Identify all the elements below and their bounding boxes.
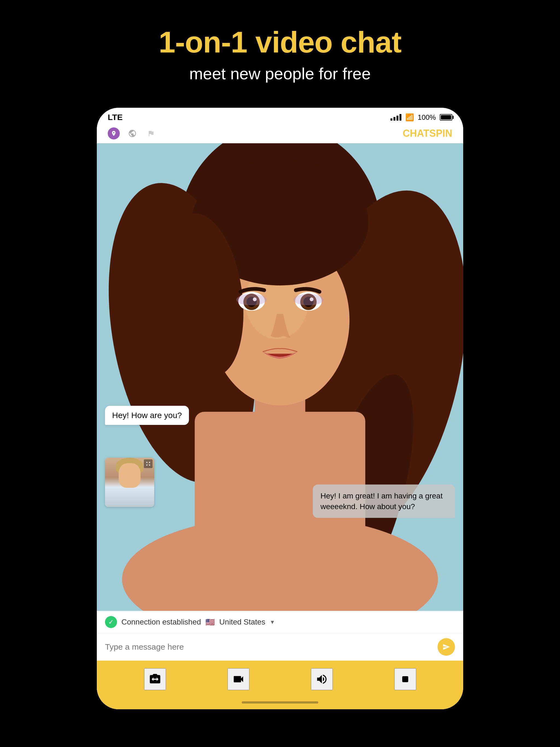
flip-camera-button[interactable] <box>144 668 166 690</box>
globe-icon[interactable] <box>126 127 138 139</box>
video-area: Hey! How are you? Hey! I am great! I am … <box>97 143 463 611</box>
svg-point-19 <box>294 294 324 305</box>
nav-left-icons <box>108 127 157 139</box>
svg-rect-22 <box>402 676 408 682</box>
message-input[interactable] <box>105 642 433 651</box>
connection-bar: ✓ Connection established 🇺🇸 United State… <box>97 611 463 633</box>
home-indicator <box>97 696 463 709</box>
volume-button[interactable] <box>311 668 333 690</box>
app-logo: CHATSPIN <box>403 128 452 139</box>
video-portrait <box>97 143 463 611</box>
country-name-label: United States <box>219 618 265 626</box>
hero-subtitle: meet new people for free <box>189 64 371 83</box>
phone-frame: LTE 📶 100% <box>97 108 463 709</box>
stop-button[interactable] <box>394 668 416 690</box>
expand-icon[interactable] <box>144 459 153 468</box>
battery-percent: 100% <box>418 113 436 122</box>
flag-icon[interactable] <box>145 127 157 139</box>
connection-check-icon: ✓ <box>105 616 117 628</box>
svg-point-18 <box>236 294 267 305</box>
connection-status-text: Connection established <box>121 618 201 626</box>
outgoing-chat-bubble: Hey! I am great! I am having a great wee… <box>313 485 455 518</box>
home-bar <box>242 701 318 703</box>
carrier-label: LTE <box>108 113 123 122</box>
dropdown-arrow-icon[interactable]: ▼ <box>270 619 275 625</box>
wifi-icon: 📶 <box>405 113 414 122</box>
nav-bar: CHATSPIN <box>97 125 463 143</box>
logo-chat: CHAT <box>403 128 429 139</box>
status-icons: 📶 100% <box>390 113 453 122</box>
incoming-chat-bubble: Hey! How are you? <box>105 406 189 425</box>
logo-spin: SPIN <box>429 128 452 139</box>
signal-icon <box>390 114 401 121</box>
battery-icon <box>440 114 452 121</box>
control-bar <box>97 661 463 696</box>
location-pin-icon[interactable] <box>108 127 120 139</box>
camera-button[interactable] <box>228 668 249 690</box>
hero-title: 1-on-1 video chat <box>159 25 401 59</box>
message-input-bar <box>97 633 463 661</box>
country-flag-icon: 🇺🇸 <box>205 618 215 627</box>
send-button[interactable] <box>437 638 455 656</box>
self-view-thumbnail[interactable] <box>105 458 154 507</box>
status-bar: LTE 📶 100% <box>97 108 463 125</box>
